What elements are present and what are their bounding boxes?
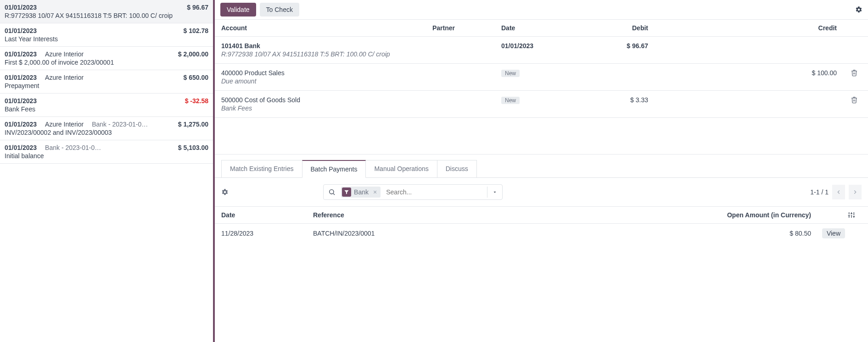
filter-icon [342, 188, 351, 197]
line-date: 01/01/2023 [501, 42, 561, 50]
statement-description: INV/2023/00002 and INV/2023/00003 [5, 129, 208, 136]
col-partner: Partner [432, 24, 501, 32]
statement-item[interactable]: 01/01/2023$ 102.78Last Year Interests [0, 23, 213, 47]
tab-discuss[interactable]: Discuss [437, 160, 477, 178]
line-label: R:9772938 10/07 AX 9415116318 T:5 BRT: 1… [221, 50, 432, 58]
filter-chip-bank: Bank × [341, 187, 381, 198]
lines-header: Account Partner Date Debit Credit [215, 20, 868, 37]
statement-amount: $ 2,000.00 [178, 50, 208, 58]
batch-col-open-amount: Open Amount (in Currency) [692, 211, 811, 219]
line-debit: $ 96.67 [561, 42, 648, 50]
pager-next-button[interactable] [849, 185, 862, 199]
statement-description: Prepayment [5, 82, 208, 89]
line-label: Bank Fees [221, 105, 432, 112]
search-icon[interactable] [324, 186, 340, 199]
to-check-button[interactable]: To Check [260, 3, 299, 17]
batch-col-reference: Reference [313, 211, 692, 219]
trash-icon[interactable] [851, 69, 862, 77]
statement-amount: $ 5,103.00 [178, 144, 208, 151]
statement-list: 01/01/2023$ 96.67R:9772938 10/07 AX 9415… [0, 0, 215, 342]
search-box: Bank × [323, 184, 503, 200]
statement-item[interactable]: 01/01/2023Bank - 2023-01-0…$ 5,103.00Ini… [0, 140, 213, 164]
statement-item[interactable]: 01/01/2023Azure Interior$ 2,000.00First … [0, 47, 213, 70]
statement-amount: $ 96.67 [187, 4, 208, 11]
svg-line-1 [333, 193, 335, 195]
statement-date: 01/01/2023 [5, 121, 37, 128]
line-row[interactable]: 400000 Product SalesDue amountNew$ 100.0… [215, 64, 868, 91]
statement-description: Initial balance [5, 152, 208, 160]
pager-prev-button[interactable] [832, 185, 845, 199]
batch-col-date: Date [221, 211, 313, 219]
statement-item[interactable]: 01/01/2023Azure Interior$ 650.00Prepayme… [0, 70, 213, 94]
gear-icon[interactable] [855, 6, 862, 13]
statement-item[interactable]: 01/01/2023$ 96.67R:9772938 10/07 AX 9415… [0, 0, 213, 23]
tabs: Match Existing Entries Batch Payments Ma… [221, 160, 862, 178]
statement-description: First $ 2,000.00 of invoice 2023/00001 [5, 59, 208, 66]
statement-item[interactable]: 01/01/2023Azure InteriorBank - 2023-01-0… [0, 117, 213, 140]
tab-match-existing[interactable]: Match Existing Entries [221, 160, 302, 178]
statement-batch: Bank - 2023-01-0… [92, 121, 148, 128]
batch-reference: BATCH/IN/2023/0001 [313, 230, 692, 237]
sliders-icon[interactable] [848, 211, 862, 219]
tab-manual-operations[interactable]: Manual Operations [365, 160, 437, 178]
statement-amount: $ -32.58 [185, 97, 208, 105]
search-input[interactable] [381, 186, 487, 199]
statement-date: 01/01/2023 [5, 50, 37, 58]
reconciliation-detail: Validate To Check Account Partner Date D… [215, 0, 868, 342]
line-row[interactable]: 500000 Cost of Goods SoldBank FeesNew$ 3… [215, 91, 868, 118]
statement-date: 01/01/2023 [5, 74, 37, 81]
line-account: 101401 Bank [221, 42, 432, 50]
line-account: 400000 Product Sales [221, 69, 432, 77]
statement-amount: $ 1,275.00 [178, 121, 208, 128]
statement-partner: Azure Interior [45, 74, 84, 81]
line-debit: $ 3.33 [561, 96, 648, 104]
batch-date: 11/28/2023 [221, 230, 313, 237]
statement-partner: Azure Interior [45, 50, 84, 58]
pager-text: 1-1 / 1 [810, 188, 829, 196]
statement-description: R:9772938 10/07 AX 9415116318 T:5 BRT: 1… [5, 12, 208, 19]
col-credit: Credit [648, 24, 851, 32]
line-account: 500000 Cost of Goods Sold [221, 96, 432, 104]
line-label: Due amount [221, 77, 432, 85]
statement-batch: Bank - 2023-01-0… [45, 144, 101, 151]
tab-batch-payments[interactable]: Batch Payments [302, 160, 366, 178]
toolbar: Validate To Check [215, 0, 868, 20]
line-credit: $ 100.00 [648, 69, 851, 77]
col-debit: Debit [561, 24, 648, 32]
chevron-down-icon[interactable] [487, 187, 502, 198]
batch-open-amount: $ 80.50 [692, 230, 811, 237]
statement-item[interactable]: 01/01/2023$ -32.58Bank Fees [0, 94, 213, 117]
view-button[interactable]: View [822, 228, 845, 238]
trash-icon[interactable] [851, 96, 862, 104]
new-badge: New [501, 70, 520, 77]
statement-date: 01/01/2023 [5, 144, 37, 151]
col-account: Account [221, 24, 432, 32]
filter-chip-label: Bank [352, 188, 370, 196]
batch-header: Date Reference Open Amount (in Currency) [215, 206, 868, 224]
statement-partner: Azure Interior [45, 121, 84, 128]
statement-date: 01/01/2023 [5, 27, 37, 34]
svg-point-0 [330, 190, 334, 194]
statement-date: 01/01/2023 [5, 4, 37, 11]
statement-description: Last Year Interests [5, 35, 208, 43]
new-badge: New [501, 97, 520, 104]
statement-description: Bank Fees [5, 105, 208, 113]
statement-amount: $ 650.00 [184, 74, 209, 81]
statement-amount: $ 102.78 [184, 27, 209, 34]
close-icon[interactable]: × [371, 188, 379, 196]
col-date: Date [501, 24, 561, 32]
line-row[interactable]: 101401 BankR:9772938 10/07 AX 9415116318… [215, 37, 868, 64]
validate-button[interactable]: Validate [220, 3, 256, 17]
batch-row[interactable]: 11/28/2023BATCH/IN/2023/0001$ 80.50View [215, 224, 868, 243]
statement-date: 01/01/2023 [5, 97, 37, 105]
gear-icon[interactable] [221, 188, 229, 196]
